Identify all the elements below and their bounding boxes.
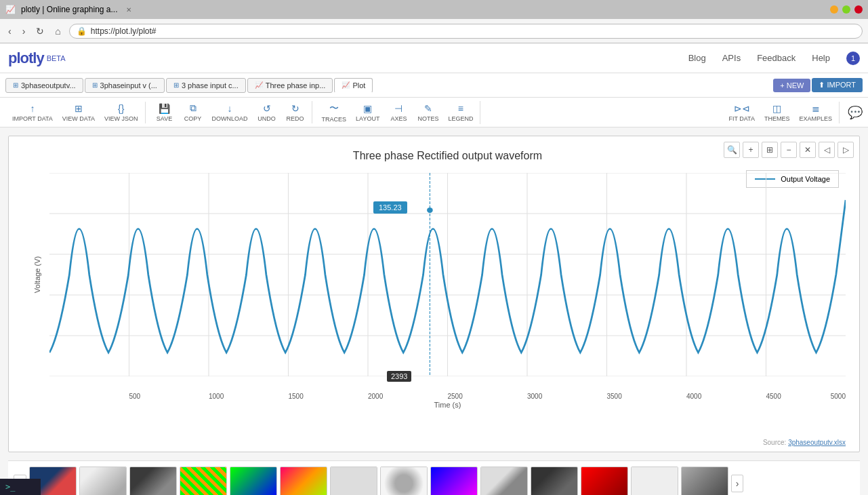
browser-chrome: 📈 plotly | Online graphing a... ✕ ‹ › ↻ … [0, 0, 868, 43]
copy-label: COPY [184, 115, 202, 122]
import-data-icon: ↑ [30, 103, 35, 114]
save-icon: 💾 [159, 103, 170, 114]
examples-label: EXAMPLES [799, 115, 832, 122]
url-box[interactable]: 🔒 https://plot.ly/plot# [69, 24, 863, 39]
themes-button[interactable]: ◫ THEMES [760, 102, 794, 123]
save-button[interactable]: 💾 SAVE [151, 102, 178, 123]
file-tab-label-1: 3phaseoutputv... [21, 81, 76, 90]
maximize-btn[interactable] [842, 5, 850, 14]
add-tool[interactable]: + [743, 142, 759, 158]
grid-icon-3: ⊞ [173, 81, 179, 89]
thumb-6[interactable] [280, 467, 327, 495]
view-data-label: VIEW DATA [62, 115, 95, 122]
thumb-5[interactable] [230, 467, 277, 495]
view-data-button[interactable]: ⊞ VIEW DATA [58, 102, 99, 123]
thumb-3[interactable] [129, 467, 177, 495]
x-tick-0: 500 [129, 393, 141, 400]
file-tab-1[interactable]: ⊞ 3phaseoutputv... [5, 78, 83, 93]
thumb-7[interactable] [330, 467, 377, 495]
reload-button[interactable]: ↻ [33, 24, 47, 38]
thumb-8[interactable] [380, 467, 428, 495]
file-tabs-row: ⊞ 3phaseoutputv... ⊞ 3phaseinput v (... … [0, 73, 868, 98]
notification-badge[interactable]: 1 [846, 52, 860, 65]
grid-icon-2: ⊞ [92, 81, 98, 89]
toolbar: ↑ IMPORT DATA ⊞ VIEW DATA {} VIEW JSON 💾… [0, 98, 868, 127]
grid-icon-1: ⊞ [13, 81, 18, 89]
chart-area[interactable]: Voltage (V) [49, 173, 846, 376]
file-tab-3[interactable]: ⊞ 3 phase input c... [166, 78, 246, 93]
notes-icon: ✎ [424, 103, 432, 114]
new-button[interactable]: + NEW [773, 79, 810, 92]
extra-tools: ⊳⊲ FIT DATA ◫ THEMES ≣ EXAMPLES [722, 102, 840, 123]
data-tools: ↑ IMPORT DATA ⊞ VIEW DATA {} VIEW JSON [5, 102, 146, 123]
grid-tool[interactable]: ⊞ [762, 142, 778, 158]
thumb-13[interactable] [631, 467, 678, 495]
close-btn[interactable] [854, 5, 863, 14]
legend-label: LEGEND [448, 115, 473, 122]
thumb-11[interactable] [531, 467, 578, 495]
themes-icon: ◫ [772, 103, 781, 114]
nav-help[interactable]: Help [812, 53, 830, 63]
plotly-app: plotly BETA Blog APIs Feedback Help 1 ⊞ … [0, 43, 868, 495]
nav-blog[interactable]: Blog [688, 53, 706, 63]
thumb-2[interactable] [79, 467, 127, 495]
view-data-icon: ⊞ [75, 103, 83, 114]
thumb-12[interactable] [581, 467, 628, 495]
undo-icon: ↺ [263, 103, 271, 114]
address-bar: ‹ › ↻ ⌂ 🔒 https://plot.ly/plot# [0, 19, 868, 43]
layout-button[interactable]: ▣ LAYOUT [352, 102, 384, 123]
x-tick-7: 4000 [686, 393, 701, 400]
fit-data-button[interactable]: ⊳⊲ FIT DATA [724, 102, 759, 123]
zoom-in-tool[interactable]: 🔍 [724, 142, 740, 158]
forward-button[interactable]: › [20, 24, 28, 38]
view-json-label: VIEW JSON [104, 115, 138, 122]
chart-source: Source: 3phaseoutputv.xlsx [9, 436, 859, 452]
redo-button[interactable]: ↻ REDO [282, 102, 309, 123]
x-tick-5: 3000 [527, 393, 542, 400]
file-tab-2[interactable]: ⊞ 3phaseinput v (... [85, 78, 165, 93]
file-tab-4[interactable]: 📈 Three phase inp... [247, 78, 333, 93]
import-data-button[interactable]: ↑ IMPORT DATA [8, 102, 57, 123]
thumb-14[interactable] [681, 467, 728, 495]
x-tick-9: 5000 [831, 393, 846, 400]
layout-label: LAYOUT [356, 115, 379, 122]
notes-button[interactable]: ✎ NOTES [413, 102, 442, 123]
tab-close-icon[interactable]: ✕ [126, 6, 131, 14]
undo-button[interactable]: ↺ UNDO [253, 102, 281, 123]
line-icon-1: 📈 [255, 81, 263, 89]
chart-toolbar: 🔍 + ⊞ − ✕ ◁ ▷ [724, 142, 854, 158]
strip-next-button[interactable]: › [731, 475, 744, 492]
examples-button[interactable]: ≣ EXAMPLES [795, 102, 836, 123]
terminal-prompt: >_ [5, 482, 15, 492]
download-button[interactable]: ↓ DOWNLOAD [208, 102, 252, 123]
nav-apis[interactable]: APIs [722, 53, 741, 63]
comment-button[interactable]: 💬 [848, 105, 863, 120]
back-button[interactable]: ‹ [5, 24, 14, 38]
traces-button[interactable]: 〜 TRACES [318, 101, 351, 124]
minus-tool[interactable]: − [781, 142, 797, 158]
y-axis-label: Voltage (V) [33, 256, 41, 293]
thumb-4[interactable] [180, 467, 227, 495]
examples-icon: ≣ [812, 103, 820, 114]
x-tick-8: 4500 [766, 393, 781, 400]
axes-icon: ⊣ [394, 103, 402, 114]
axes-button[interactable]: ⊣ AXES [385, 102, 412, 123]
legend-button[interactable]: ≡ LEGEND [444, 102, 477, 123]
pan-right-tool[interactable]: ▷ [838, 142, 854, 158]
thumb-9[interactable] [430, 467, 478, 495]
download-icon: ↓ [228, 103, 232, 114]
notes-label: NOTES [417, 115, 438, 122]
home-button[interactable]: ⌂ [52, 24, 63, 38]
copy-button[interactable]: ⧉ COPY [180, 101, 207, 123]
minimize-btn[interactable] [830, 5, 838, 14]
nav-feedback[interactable]: Feedback [757, 53, 795, 63]
redo-icon: ↻ [291, 103, 299, 114]
file-tab-5[interactable]: 📈 Plot [334, 78, 373, 93]
tab-title: plotly | Online graphing a... [21, 5, 118, 14]
source-link[interactable]: 3phaseoutputv.xlsx [788, 439, 846, 446]
pan-left-tool[interactable]: ◁ [819, 142, 835, 158]
close-tool[interactable]: ✕ [800, 142, 816, 158]
import-button[interactable]: ⬆ IMPORT [812, 78, 863, 92]
view-json-button[interactable]: {} VIEW JSON [100, 102, 142, 123]
thumb-10[interactable] [480, 467, 528, 495]
